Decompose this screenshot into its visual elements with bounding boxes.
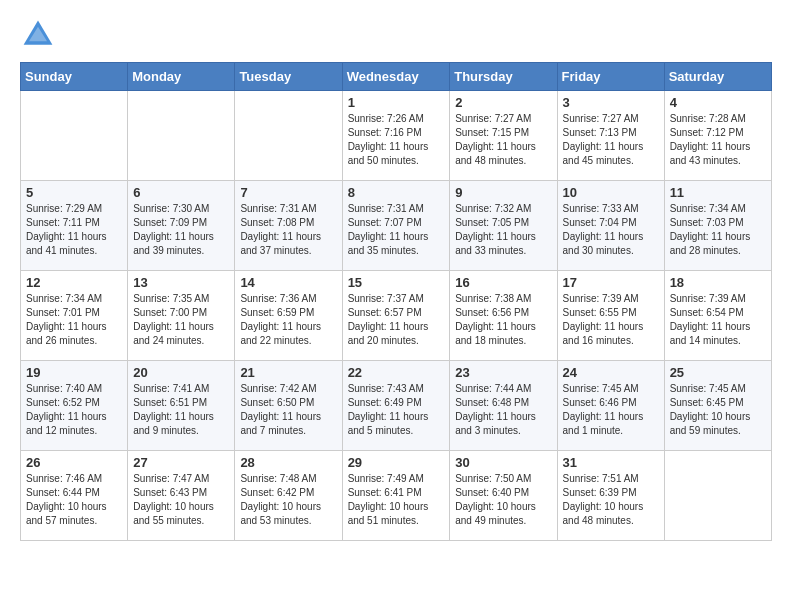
day-info: Sunrise: 7:50 AM Sunset: 6:40 PM Dayligh… [455,472,551,528]
day-number: 22 [348,365,445,380]
day-number: 29 [348,455,445,470]
day-number: 5 [26,185,122,200]
calendar-day-cell: 3Sunrise: 7:27 AM Sunset: 7:13 PM Daylig… [557,91,664,181]
day-info: Sunrise: 7:49 AM Sunset: 6:41 PM Dayligh… [348,472,445,528]
day-number: 28 [240,455,336,470]
day-number: 23 [455,365,551,380]
logo [20,16,60,52]
day-info: Sunrise: 7:44 AM Sunset: 6:48 PM Dayligh… [455,382,551,438]
day-number: 16 [455,275,551,290]
day-info: Sunrise: 7:26 AM Sunset: 7:16 PM Dayligh… [348,112,445,168]
calendar-week-row: 1Sunrise: 7:26 AM Sunset: 7:16 PM Daylig… [21,91,772,181]
day-info: Sunrise: 7:45 AM Sunset: 6:45 PM Dayligh… [670,382,766,438]
calendar-day-cell: 19Sunrise: 7:40 AM Sunset: 6:52 PM Dayli… [21,361,128,451]
calendar-day-cell: 25Sunrise: 7:45 AM Sunset: 6:45 PM Dayli… [664,361,771,451]
day-number: 17 [563,275,659,290]
calendar-day-cell: 7Sunrise: 7:31 AM Sunset: 7:08 PM Daylig… [235,181,342,271]
calendar-day-cell: 29Sunrise: 7:49 AM Sunset: 6:41 PM Dayli… [342,451,450,541]
day-number: 11 [670,185,766,200]
day-number: 14 [240,275,336,290]
day-number: 21 [240,365,336,380]
calendar-day-cell: 2Sunrise: 7:27 AM Sunset: 7:15 PM Daylig… [450,91,557,181]
calendar-table: SundayMondayTuesdayWednesdayThursdayFrid… [20,62,772,541]
day-info: Sunrise: 7:30 AM Sunset: 7:09 PM Dayligh… [133,202,229,258]
day-info: Sunrise: 7:29 AM Sunset: 7:11 PM Dayligh… [26,202,122,258]
day-info: Sunrise: 7:31 AM Sunset: 7:08 PM Dayligh… [240,202,336,258]
day-info: Sunrise: 7:27 AM Sunset: 7:13 PM Dayligh… [563,112,659,168]
day-info: Sunrise: 7:34 AM Sunset: 7:03 PM Dayligh… [670,202,766,258]
day-number: 26 [26,455,122,470]
day-info: Sunrise: 7:31 AM Sunset: 7:07 PM Dayligh… [348,202,445,258]
day-info: Sunrise: 7:39 AM Sunset: 6:55 PM Dayligh… [563,292,659,348]
calendar-day-cell: 15Sunrise: 7:37 AM Sunset: 6:57 PM Dayli… [342,271,450,361]
calendar-day-cell [128,91,235,181]
calendar-day-cell: 17Sunrise: 7:39 AM Sunset: 6:55 PM Dayli… [557,271,664,361]
day-number: 30 [455,455,551,470]
calendar-day-cell: 6Sunrise: 7:30 AM Sunset: 7:09 PM Daylig… [128,181,235,271]
day-info: Sunrise: 7:40 AM Sunset: 6:52 PM Dayligh… [26,382,122,438]
day-info: Sunrise: 7:42 AM Sunset: 6:50 PM Dayligh… [240,382,336,438]
calendar-day-cell: 31Sunrise: 7:51 AM Sunset: 6:39 PM Dayli… [557,451,664,541]
day-number: 31 [563,455,659,470]
calendar-day-cell: 22Sunrise: 7:43 AM Sunset: 6:49 PM Dayli… [342,361,450,451]
day-info: Sunrise: 7:27 AM Sunset: 7:15 PM Dayligh… [455,112,551,168]
calendar-day-cell: 18Sunrise: 7:39 AM Sunset: 6:54 PM Dayli… [664,271,771,361]
calendar-day-cell: 24Sunrise: 7:45 AM Sunset: 6:46 PM Dayli… [557,361,664,451]
day-info: Sunrise: 7:47 AM Sunset: 6:43 PM Dayligh… [133,472,229,528]
day-number: 8 [348,185,445,200]
day-info: Sunrise: 7:38 AM Sunset: 6:56 PM Dayligh… [455,292,551,348]
day-number: 24 [563,365,659,380]
day-number: 25 [670,365,766,380]
calendar-day-cell: 28Sunrise: 7:48 AM Sunset: 6:42 PM Dayli… [235,451,342,541]
day-number: 7 [240,185,336,200]
day-info: Sunrise: 7:48 AM Sunset: 6:42 PM Dayligh… [240,472,336,528]
page-header [20,16,772,52]
day-info: Sunrise: 7:36 AM Sunset: 6:59 PM Dayligh… [240,292,336,348]
day-info: Sunrise: 7:45 AM Sunset: 6:46 PM Dayligh… [563,382,659,438]
calendar-day-cell: 20Sunrise: 7:41 AM Sunset: 6:51 PM Dayli… [128,361,235,451]
day-number: 18 [670,275,766,290]
calendar-day-cell: 26Sunrise: 7:46 AM Sunset: 6:44 PM Dayli… [21,451,128,541]
calendar-day-cell [21,91,128,181]
calendar-day-cell: 16Sunrise: 7:38 AM Sunset: 6:56 PM Dayli… [450,271,557,361]
day-info: Sunrise: 7:34 AM Sunset: 7:01 PM Dayligh… [26,292,122,348]
calendar-day-cell: 11Sunrise: 7:34 AM Sunset: 7:03 PM Dayli… [664,181,771,271]
day-info: Sunrise: 7:41 AM Sunset: 6:51 PM Dayligh… [133,382,229,438]
calendar-day-cell: 13Sunrise: 7:35 AM Sunset: 7:00 PM Dayli… [128,271,235,361]
weekday-header-wednesday: Wednesday [342,63,450,91]
calendar-day-cell: 4Sunrise: 7:28 AM Sunset: 7:12 PM Daylig… [664,91,771,181]
day-number: 12 [26,275,122,290]
day-number: 20 [133,365,229,380]
day-info: Sunrise: 7:39 AM Sunset: 6:54 PM Dayligh… [670,292,766,348]
calendar-day-cell: 5Sunrise: 7:29 AM Sunset: 7:11 PM Daylig… [21,181,128,271]
day-number: 3 [563,95,659,110]
day-number: 9 [455,185,551,200]
calendar-day-cell: 21Sunrise: 7:42 AM Sunset: 6:50 PM Dayli… [235,361,342,451]
day-info: Sunrise: 7:51 AM Sunset: 6:39 PM Dayligh… [563,472,659,528]
day-number: 19 [26,365,122,380]
day-info: Sunrise: 7:43 AM Sunset: 6:49 PM Dayligh… [348,382,445,438]
day-info: Sunrise: 7:32 AM Sunset: 7:05 PM Dayligh… [455,202,551,258]
calendar-day-cell: 27Sunrise: 7:47 AM Sunset: 6:43 PM Dayli… [128,451,235,541]
day-number: 27 [133,455,229,470]
day-number: 6 [133,185,229,200]
calendar-day-cell: 12Sunrise: 7:34 AM Sunset: 7:01 PM Dayli… [21,271,128,361]
calendar-week-row: 19Sunrise: 7:40 AM Sunset: 6:52 PM Dayli… [21,361,772,451]
calendar-day-cell: 8Sunrise: 7:31 AM Sunset: 7:07 PM Daylig… [342,181,450,271]
day-number: 1 [348,95,445,110]
weekday-header-monday: Monday [128,63,235,91]
day-info: Sunrise: 7:35 AM Sunset: 7:00 PM Dayligh… [133,292,229,348]
calendar-day-cell: 23Sunrise: 7:44 AM Sunset: 6:48 PM Dayli… [450,361,557,451]
calendar-header-row: SundayMondayTuesdayWednesdayThursdayFrid… [21,63,772,91]
day-info: Sunrise: 7:33 AM Sunset: 7:04 PM Dayligh… [563,202,659,258]
calendar-week-row: 12Sunrise: 7:34 AM Sunset: 7:01 PM Dayli… [21,271,772,361]
calendar-day-cell: 10Sunrise: 7:33 AM Sunset: 7:04 PM Dayli… [557,181,664,271]
weekday-header-tuesday: Tuesday [235,63,342,91]
calendar-day-cell [664,451,771,541]
calendar-day-cell: 30Sunrise: 7:50 AM Sunset: 6:40 PM Dayli… [450,451,557,541]
day-info: Sunrise: 7:28 AM Sunset: 7:12 PM Dayligh… [670,112,766,168]
calendar-day-cell: 1Sunrise: 7:26 AM Sunset: 7:16 PM Daylig… [342,91,450,181]
calendar-day-cell [235,91,342,181]
weekday-header-friday: Friday [557,63,664,91]
calendar-week-row: 26Sunrise: 7:46 AM Sunset: 6:44 PM Dayli… [21,451,772,541]
